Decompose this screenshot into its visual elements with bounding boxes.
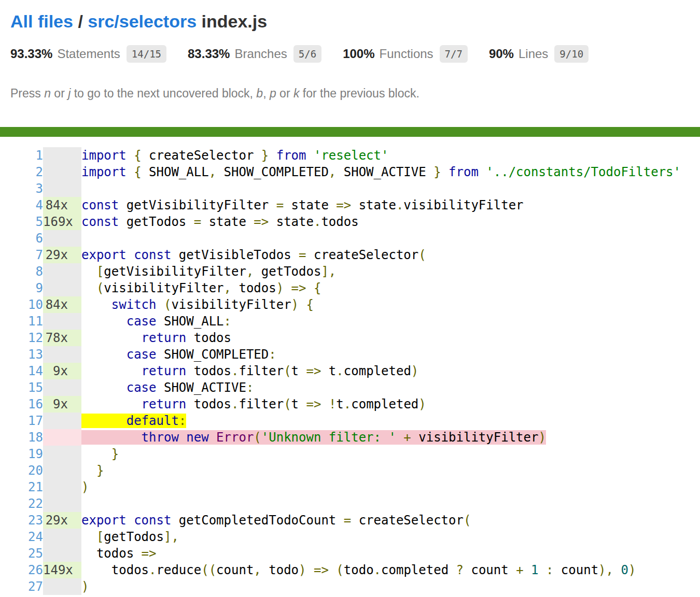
line-number-link[interactable]: 5 xyxy=(36,215,43,229)
syntax-token xyxy=(299,297,306,312)
line-number: 27 xyxy=(0,578,43,595)
syntax-token: => xyxy=(314,563,329,577)
syntax-token: count xyxy=(553,563,598,577)
line-number-link[interactable]: 2 xyxy=(36,165,43,179)
line-number-link[interactable]: 11 xyxy=(28,314,43,329)
code-line: 17 default: xyxy=(0,413,700,429)
hit-count xyxy=(43,479,81,495)
line-number-link[interactable]: 21 xyxy=(28,480,43,494)
line-number-link[interactable]: 27 xyxy=(28,579,43,594)
line-number-link[interactable]: 12 xyxy=(28,331,43,345)
syntax-token xyxy=(179,430,186,445)
hit-count-gutter xyxy=(43,164,81,180)
code-line: 149x return todos.filter(t => t.complete… xyxy=(0,363,700,379)
hit-count-gutter xyxy=(43,462,81,479)
syntax-token: t xyxy=(291,364,306,378)
syntax-token: ( xyxy=(254,430,261,445)
code-text: export const getCompletedTodoCount = cre… xyxy=(81,512,700,529)
syntax-token: ) xyxy=(299,563,306,577)
syntax-token xyxy=(479,165,486,179)
hit-count: 29x xyxy=(43,512,81,529)
hit-count xyxy=(43,263,81,280)
syntax-token xyxy=(539,563,546,577)
line-number: 8 xyxy=(0,263,43,280)
line-number-link[interactable]: 9 xyxy=(36,281,43,295)
line-number-link[interactable]: 7 xyxy=(36,248,43,262)
hit-count-gutter xyxy=(43,446,81,462)
stat-label: Statements xyxy=(57,47,120,61)
code-text xyxy=(81,230,700,247)
code-text xyxy=(81,180,700,197)
syntax-token: . xyxy=(336,364,343,378)
syntax-token: case xyxy=(127,347,157,362)
syntax-token: { xyxy=(306,297,314,312)
code-text: ) xyxy=(81,479,700,495)
syntax-token: '../constants/TodoFilters' xyxy=(486,165,681,179)
syntax-token: count xyxy=(464,563,516,577)
syntax-token: ) xyxy=(81,579,89,594)
syntax-token xyxy=(321,397,328,411)
coverage-stats: 93.33%Statements14/1583.33%Branches5/610… xyxy=(10,45,690,63)
line-number-link[interactable]: 18 xyxy=(28,430,43,445)
line-number-link[interactable]: 24 xyxy=(28,530,43,544)
line-number-link[interactable]: 19 xyxy=(28,447,43,461)
syntax-token: visibilityFilter xyxy=(403,198,523,212)
hit-count-gutter xyxy=(43,313,81,330)
line-number-link[interactable]: 6 xyxy=(36,231,43,246)
syntax-token: switch xyxy=(111,297,157,312)
syntax-token: createSelector xyxy=(142,148,261,163)
syntax-token: 1 xyxy=(531,563,538,577)
code-line: 729xexport const getVisibleTodos = creat… xyxy=(0,247,700,263)
hit-count-gutter: 84x xyxy=(43,296,81,313)
syntax-token: : xyxy=(546,563,553,577)
line-number: 9 xyxy=(0,280,43,296)
line-number-link[interactable]: 26 xyxy=(28,563,43,577)
line-number: 16 xyxy=(0,396,43,413)
syntax-token: export xyxy=(81,248,127,262)
line-number-link[interactable]: 14 xyxy=(28,364,43,378)
line-number: 10 xyxy=(0,296,43,313)
line-number-link[interactable]: 3 xyxy=(36,181,43,196)
hit-count xyxy=(43,230,81,247)
hit-count xyxy=(43,429,81,446)
syntax-token: . xyxy=(396,198,403,212)
line-number-link[interactable]: 1 xyxy=(36,148,43,163)
code-text: [getTodos], xyxy=(81,529,700,545)
syntax-token xyxy=(306,281,314,295)
line-number-link[interactable]: 10 xyxy=(28,297,43,312)
syntax-token: todos xyxy=(231,281,276,295)
hit-count: 84x xyxy=(43,197,81,214)
line-number-link[interactable]: 22 xyxy=(28,496,43,511)
syntax-token: getVisibilityFilter xyxy=(104,264,246,279)
line-number-link[interactable]: 13 xyxy=(28,347,43,362)
syntax-token xyxy=(127,148,134,163)
line-number-link[interactable]: 23 xyxy=(28,513,43,528)
code-text: const getVisibilityFilter = state => sta… xyxy=(81,197,700,214)
hit-count-gutter: 84x xyxy=(43,197,81,214)
code-text: return todos xyxy=(81,330,700,346)
shortcut-key: n xyxy=(44,87,51,100)
breadcrumb-link[interactable]: All files xyxy=(10,11,73,31)
line-number-link[interactable]: 4 xyxy=(36,198,43,212)
hit-count xyxy=(43,180,81,197)
line-number: 5 xyxy=(0,214,43,230)
syntax-token: return xyxy=(142,397,187,411)
syntax-token: . xyxy=(149,563,156,577)
source-code-table: 1import { createSelector } from 'reselec… xyxy=(0,147,700,595)
line-number-link[interactable]: 25 xyxy=(28,546,43,561)
code-line: 5169xconst getTodos = state => state.tod… xyxy=(0,214,700,230)
line-number-link[interactable]: 17 xyxy=(28,414,43,428)
breadcrumb-text: index.js xyxy=(197,11,267,31)
hint-text: Press xyxy=(10,87,44,100)
syntax-token xyxy=(396,430,403,445)
line-number-link[interactable]: 16 xyxy=(28,397,43,411)
hit-count: 9x xyxy=(43,396,81,413)
breadcrumb-link[interactable]: src/selectors xyxy=(88,11,197,31)
line-number-link[interactable]: 15 xyxy=(28,380,43,395)
line-number-link[interactable]: 20 xyxy=(28,463,43,478)
syntax-token xyxy=(127,513,134,528)
hit-count-gutter xyxy=(43,495,81,512)
line-number-link[interactable]: 8 xyxy=(36,264,43,279)
coverage-stat-functions: 100%Functions7/7 xyxy=(343,45,468,63)
hit-count-gutter xyxy=(43,346,81,363)
